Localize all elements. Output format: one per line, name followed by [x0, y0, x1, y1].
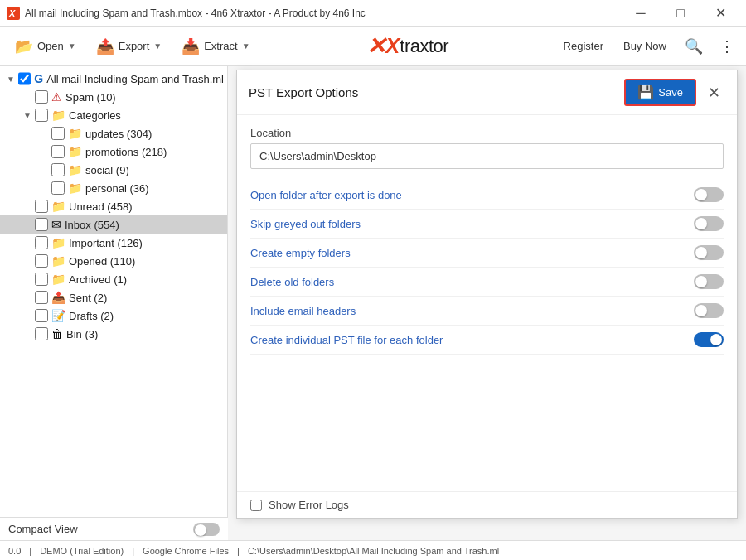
toolbar: 📂 Open ▼ 📤 Export ▼ 📥 Extract ▼ ✕ X trax… [0, 27, 746, 66]
google-icon: G [34, 72, 43, 85]
buy-now-link[interactable]: Buy Now [617, 36, 673, 56]
close-button[interactable]: ✕ [701, 0, 739, 27]
opened-checkbox[interactable] [35, 254, 48, 268]
show-error-logs-checkbox[interactable] [250, 500, 262, 511]
status-source: Google Chrome Files [143, 546, 229, 556]
status-edition: DEMO (Trial Edition) [40, 546, 124, 556]
maximize-button[interactable]: □ [661, 0, 700, 27]
tree-item-categories[interactable]: ▼ 📁 Categories [0, 106, 227, 124]
updates-checkbox[interactable] [51, 127, 65, 140]
social-checkbox[interactable] [51, 163, 65, 176]
tree-item-unread[interactable]: 📁 Unread (458) [0, 197, 227, 215]
save-label: Save [658, 86, 683, 99]
location-label: Location [250, 127, 724, 139]
toggle-delete-old[interactable] [694, 274, 724, 289]
status-divider3: | [237, 546, 240, 556]
open-button[interactable]: 📂 Open ▼ [7, 32, 85, 60]
dialog-body: Location Open folder after export is don… [237, 115, 737, 366]
export-button[interactable]: 📤 Export ▼ [88, 32, 170, 60]
important-checkbox[interactable] [35, 236, 48, 249]
social-icon: 📁 [68, 163, 82, 176]
personal-checkbox[interactable] [51, 181, 65, 195]
unread-checkbox[interactable] [35, 200, 48, 213]
svg-text:X: X [8, 8, 16, 18]
compact-view-toggle[interactable] [193, 523, 220, 536]
tree-root[interactable]: ▼ G All mail Including Spam and Trash.ml [0, 70, 227, 88]
drafts-checkbox[interactable] [35, 309, 48, 322]
opened-icon: 📁 [51, 254, 65, 268]
tree-item-important[interactable]: 📁 Important (126) [0, 234, 227, 252]
sidebar: ▼ G All mail Including Spam and Trash.ml… [0, 66, 228, 540]
option-label-create-empty: Create empty folders [250, 247, 351, 259]
personal-label: personal (36) [85, 182, 149, 195]
title-bar: X All mail Including Spam and Trash.mbox… [0, 0, 746, 27]
tree-item-drafts[interactable]: 📝 Drafts (2) [0, 307, 227, 325]
promotions-checkbox[interactable] [51, 145, 65, 158]
updates-icon: 📁 [68, 127, 82, 140]
drafts-label: Drafts (2) [69, 310, 114, 322]
window-controls: ─ □ ✕ [622, 0, 739, 27]
option-skip-greyed: Skip greyed out folders [250, 210, 724, 239]
tree-item-social[interactable]: 📁 social (9) [0, 161, 227, 179]
app-icon: X [7, 7, 20, 20]
extract-button[interactable]: 📥 Extract ▼ [173, 32, 258, 60]
spam-icon: ⚠ [51, 90, 62, 104]
tree-item-opened[interactable]: 📁 Opened (110) [0, 252, 227, 270]
more-options-button[interactable]: ⋮ [715, 34, 739, 59]
inbox-checkbox[interactable] [35, 218, 48, 231]
categories-label: Categories [69, 109, 121, 122]
tree-item-personal[interactable]: 📁 personal (36) [0, 179, 227, 197]
sent-icon: 📤 [51, 291, 65, 304]
search-button[interactable]: 🔍 [680, 34, 708, 59]
unread-icon: 📁 [51, 200, 65, 213]
close-icon: ✕ [708, 84, 720, 101]
tree-item-bin[interactable]: 🗑 Bin (3) [0, 325, 227, 343]
minimize-button[interactable]: ─ [622, 0, 660, 27]
tree-item-archived[interactable]: 📁 Archived (1) [0, 270, 227, 288]
save-icon: 💾 [637, 84, 654, 100]
toggle-individual-pst[interactable] [694, 332, 724, 347]
tree-item-updates[interactable]: 📁 updates (304) [0, 124, 227, 142]
brand-x-letter: ✕ [366, 32, 385, 60]
categories-checkbox[interactable] [35, 109, 48, 122]
sent-checkbox[interactable] [35, 291, 48, 304]
option-label-delete-old: Delete old folders [250, 276, 334, 288]
brand-name: traxtor [400, 36, 448, 57]
export-arrow: ▼ [153, 41, 162, 51]
option-label-individual-pst: Create individual PST file for each fold… [250, 334, 443, 346]
important-label: Important (126) [69, 237, 143, 249]
location-input[interactable] [250, 143, 724, 169]
content-area: PST Export Options 💾 Save ✕ Location Ope… [228, 66, 746, 540]
status-version: 0.0 [8, 546, 21, 556]
status-divider2: | [132, 546, 134, 556]
toggle-include-headers[interactable] [694, 303, 724, 318]
root-label: All mail Including Spam and Trash.ml [46, 73, 224, 85]
expand-icon: ▼ [23, 111, 35, 120]
tree-item-sent[interactable]: 📤 Sent (2) [0, 288, 227, 307]
register-link[interactable]: Register [557, 36, 610, 56]
tree-item-spam[interactable]: ⚠ Spam (10) [0, 88, 227, 106]
tree-item-inbox[interactable]: ✉ Inbox (554) [0, 215, 227, 234]
option-open-folder: Open folder after export is done [250, 181, 724, 210]
bin-icon: 🗑 [51, 327, 63, 340]
compact-toggle-switch[interactable] [193, 523, 220, 536]
important-icon: 📁 [51, 236, 65, 249]
inbox-label: Inbox (554) [65, 219, 119, 231]
archived-label: Archived (1) [69, 273, 127, 286]
root-checkbox[interactable] [18, 72, 31, 85]
option-label-open-folder: Open folder after export is done [250, 189, 402, 201]
sent-label: Sent (2) [69, 292, 107, 304]
opened-label: Opened (110) [69, 255, 135, 268]
save-button[interactable]: 💾 Save [624, 79, 696, 106]
tree-item-promotions[interactable]: 📁 promotions (218) [0, 142, 227, 161]
bin-checkbox[interactable] [35, 327, 48, 340]
extract-label: Extract [204, 40, 237, 52]
dialog-header: PST Export Options 💾 Save ✕ [237, 70, 737, 115]
toggle-open-folder[interactable] [694, 187, 724, 202]
toggle-skip-greyed[interactable] [694, 216, 724, 231]
unread-label: Unread (458) [69, 200, 133, 213]
dialog-close-button[interactable]: ✕ [703, 82, 725, 104]
archived-checkbox[interactable] [35, 273, 48, 286]
spam-checkbox[interactable] [35, 90, 48, 104]
toggle-create-empty[interactable] [694, 245, 724, 260]
